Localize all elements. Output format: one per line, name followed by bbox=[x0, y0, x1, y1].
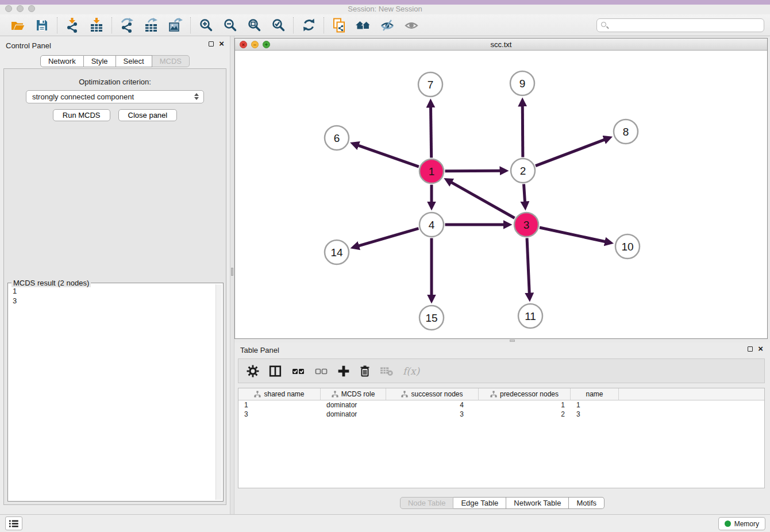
hide-panels-button[interactable] bbox=[375, 16, 399, 34]
refresh-button[interactable] bbox=[297, 16, 321, 34]
zoom-fit-button[interactable] bbox=[242, 16, 266, 34]
eye-slash-icon bbox=[380, 18, 395, 32]
splitter-handle[interactable] bbox=[231, 268, 233, 276]
copy-style-button[interactable] bbox=[327, 16, 351, 34]
tab-mcds[interactable]: MCDS bbox=[152, 55, 190, 67]
task-history-button[interactable] bbox=[5, 516, 22, 530]
zoom-in-button[interactable] bbox=[194, 16, 218, 34]
open-session-button[interactable] bbox=[6, 16, 30, 34]
tab-network[interactable]: Network bbox=[40, 55, 84, 67]
graph-node-label-11: 11 bbox=[525, 310, 536, 322]
graph-node-label-2: 2 bbox=[520, 165, 526, 177]
table-tab-node-table[interactable]: Node Table bbox=[400, 497, 454, 509]
column-tree-icon bbox=[401, 391, 408, 398]
close-panel-icon[interactable]: × bbox=[758, 346, 763, 352]
eye-icon bbox=[404, 18, 419, 32]
control-panel-controls: × bbox=[209, 41, 224, 47]
close-panel-icon[interactable]: × bbox=[219, 41, 224, 47]
export-network-button[interactable] bbox=[115, 16, 139, 34]
table-row[interactable]: 1dominator411 bbox=[238, 400, 764, 410]
import-table-button[interactable] bbox=[84, 16, 109, 34]
save-session-button[interactable] bbox=[30, 16, 54, 34]
import-network-button[interactable] bbox=[60, 16, 84, 34]
home-layout-button[interactable] bbox=[351, 16, 375, 34]
float-panel-icon[interactable] bbox=[748, 346, 753, 352]
column-header-MCDS-role[interactable]: MCDS role bbox=[321, 388, 386, 400]
network-window-title: scc.txt bbox=[235, 40, 767, 49]
column-header-predecessor-nodes[interactable]: predecessor nodes bbox=[479, 388, 571, 400]
graph-edge-1-7[interactable] bbox=[431, 107, 432, 158]
column-header-label: successor nodes bbox=[411, 390, 463, 398]
column-header-label: MCDS role bbox=[341, 390, 375, 398]
graph-edge-1-2[interactable] bbox=[445, 171, 500, 171]
status-bar: Memory bbox=[0, 514, 770, 532]
close-panel-button[interactable]: Close panel bbox=[118, 109, 178, 121]
export-image-button[interactable] bbox=[163, 16, 187, 34]
graph-edge-4-14[interactable] bbox=[358, 229, 418, 246]
zoom-selected-button[interactable] bbox=[266, 16, 290, 34]
show-panels-button[interactable] bbox=[399, 16, 424, 34]
panel-splitter-vertical[interactable] bbox=[230, 36, 234, 514]
zoom-out-button[interactable] bbox=[218, 16, 242, 34]
network-window-titlebar[interactable]: × − + scc.txt bbox=[235, 38, 767, 51]
select-all-button[interactable] bbox=[291, 365, 305, 377]
mcds-result-text[interactable]: 1 3 bbox=[13, 286, 17, 306]
tab-style[interactable]: Style bbox=[84, 55, 116, 67]
network-canvas-svg: 1234678910111415 bbox=[235, 51, 767, 338]
search-icon bbox=[601, 22, 606, 27]
cell-MCDS-role: dominator bbox=[321, 410, 386, 418]
delete-table-button[interactable] bbox=[380, 365, 394, 377]
criterion-value: strongly connected component bbox=[32, 92, 134, 101]
graph-edge-2-8[interactable] bbox=[536, 140, 605, 166]
graph-edge-2-9[interactable] bbox=[522, 106, 523, 157]
delete-column-button[interactable] bbox=[359, 365, 371, 377]
table-tab-motifs[interactable]: Motifs bbox=[569, 497, 605, 509]
splitter-handle[interactable] bbox=[510, 340, 515, 342]
tab-select[interactable]: Select bbox=[116, 55, 152, 67]
application-window: Session: New Session bbox=[0, 0, 770, 532]
graph-edge-3-10[interactable] bbox=[540, 228, 606, 242]
network-canvas[interactable]: 1234678910111415 bbox=[235, 51, 767, 338]
graph-edge-2-3[interactable] bbox=[523, 184, 525, 202]
toolbar-separator bbox=[293, 17, 294, 33]
control-panel: Control Panel × NetworkStyleSelectMCDS O… bbox=[0, 36, 230, 514]
column-header-name[interactable]: name bbox=[571, 388, 619, 400]
export-table-icon bbox=[144, 18, 159, 33]
column-header-shared-name[interactable]: shared name bbox=[238, 388, 321, 400]
graph-node-label-7: 7 bbox=[428, 79, 434, 91]
graph-node-label-4: 4 bbox=[429, 219, 435, 231]
control-panel-tabs: NetworkStyleSelectMCDS bbox=[0, 55, 230, 67]
graph-edge-3-1[interactable] bbox=[451, 182, 515, 218]
column-layout-button[interactable] bbox=[268, 365, 282, 377]
table-settings-button[interactable] bbox=[247, 365, 259, 377]
criterion-select[interactable]: strongly connected component bbox=[26, 90, 204, 103]
columns-icon bbox=[268, 365, 282, 377]
export-table-button[interactable] bbox=[139, 16, 163, 34]
graph-edge-3-11[interactable] bbox=[527, 238, 529, 294]
table-row[interactable]: 3dominator323 bbox=[238, 410, 764, 419]
column-header-successor-nodes[interactable]: successor nodes bbox=[386, 388, 479, 400]
graph-node-label-8: 8 bbox=[623, 126, 629, 138]
float-panel-icon[interactable] bbox=[209, 41, 214, 47]
export-image-icon bbox=[168, 18, 183, 33]
zoom-out-icon bbox=[223, 18, 237, 32]
deselect-all-button[interactable] bbox=[314, 365, 328, 377]
mcds-buttons: Run MCDS Close panel bbox=[4, 109, 226, 121]
mcds-result-title: MCDS result (2 nodes) bbox=[11, 279, 91, 287]
column-header-label: shared name bbox=[264, 390, 304, 398]
search-input[interactable] bbox=[596, 18, 764, 32]
table-tab-edge-table[interactable]: Edge Table bbox=[453, 497, 506, 509]
cell-MCDS-role: dominator bbox=[321, 401, 386, 409]
delete-table-icon bbox=[380, 365, 394, 377]
add-column-button[interactable] bbox=[337, 365, 350, 377]
table-tabs: Node TableEdge TableNetwork TableMotifs bbox=[234, 497, 770, 509]
memory-status-icon bbox=[725, 521, 731, 527]
table-tab-network-table[interactable]: Network Table bbox=[506, 497, 569, 509]
run-mcds-button[interactable]: Run MCDS bbox=[53, 109, 110, 121]
graph-edge-1-6[interactable] bbox=[358, 145, 419, 167]
result-scrollbar[interactable] bbox=[215, 284, 222, 500]
memory-button[interactable]: Memory bbox=[718, 517, 765, 530]
plus-icon bbox=[337, 365, 350, 377]
function-builder-button[interactable]: f(x) bbox=[403, 365, 419, 377]
table-toolbar: f(x) bbox=[238, 358, 765, 383]
